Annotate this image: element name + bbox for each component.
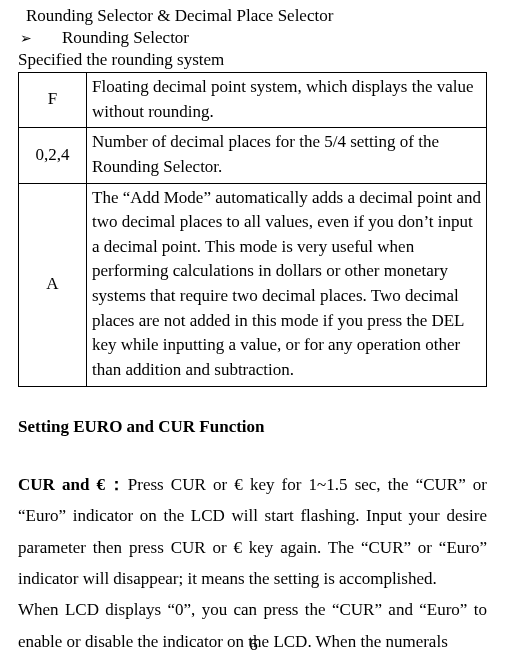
cell-key: F [19, 73, 87, 128]
subheading-specified: Specified the rounding system [18, 50, 487, 70]
cell-key: 0,2,4 [19, 128, 87, 183]
table-row: 0,2,4 Number of decimal places for the 5… [19, 128, 487, 183]
table-row: A The “Add Mode” automatically adds a de… [19, 183, 487, 386]
rounding-table: F Floating decimal point system, which d… [18, 72, 487, 387]
bullet-item-rounding-selector: ➢ Rounding Selector [18, 28, 487, 48]
bullet-label: Rounding Selector [62, 28, 189, 48]
cell-desc: The “Add Mode” automatically adds a deci… [87, 183, 487, 386]
table-row: F Floating decimal point system, which d… [19, 73, 487, 128]
chevron-right-icon: ➢ [20, 30, 32, 47]
heading-rounding-decimal: Rounding Selector & Decimal Place Select… [26, 6, 487, 26]
section-heading-euro-cur: Setting EURO and CUR Function [18, 417, 487, 437]
cell-key: A [19, 183, 87, 386]
paragraph-cur-euro-instructions: CUR and €：Press CUR or € key for 1~1.5 s… [18, 469, 487, 595]
page-number: 6 [0, 635, 507, 655]
cell-desc: Number of decimal places for the 5/4 set… [87, 128, 487, 183]
cell-desc: Floating decimal point system, which dis… [87, 73, 487, 128]
paragraph-lead-bold: CUR and €： [18, 475, 128, 494]
